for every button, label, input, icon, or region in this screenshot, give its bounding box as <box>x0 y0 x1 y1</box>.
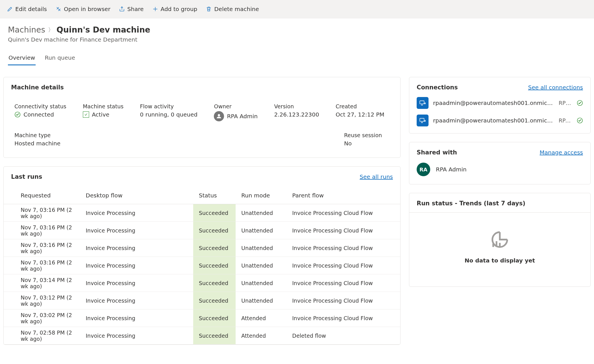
run-parent-flow: Invoice Processing Cloud Flow <box>287 222 400 239</box>
reuse-session-label: Reuse session <box>344 132 389 138</box>
connection-type: RP… <box>559 100 572 106</box>
connection-row[interactable]: rpaadmin@powerautomatesh001.onmicros… RP… <box>417 97 583 109</box>
shared-user-row[interactable]: RA RPA Admin <box>417 163 583 176</box>
created-block: Created Oct 27, 12:12 PM <box>335 103 389 118</box>
run-parent-flow: Invoice Processing Cloud Flow <box>287 309 400 327</box>
desktop-flow-icon <box>417 115 429 126</box>
run-status-badge: Succeeded <box>199 274 230 292</box>
run-mode: Unattended <box>236 257 287 274</box>
run-desktop-flow: Invoice Processing <box>80 327 193 344</box>
reuse-session-block: Reuse session No <box>335 132 389 147</box>
col-status[interactable]: Status <box>193 187 236 204</box>
pencil-icon <box>7 6 13 12</box>
table-row[interactable]: Nov 7, 03:12 PM (2 wk ago) Invoice Proce… <box>4 292 400 309</box>
edit-details-button[interactable]: Edit details <box>3 3 50 15</box>
owner-block: Owner RPA Admin <box>214 103 263 121</box>
last-runs-title: Last runs <box>11 173 42 180</box>
run-requested: Nov 7, 03:16 PM (2 wk ago) <box>4 204 80 222</box>
table-row[interactable]: Nov 7, 03:16 PM (2 wk ago) Invoice Proce… <box>4 239 400 257</box>
connection-email: rpaadmin@powerautomatesh001.onmicros… <box>433 117 554 124</box>
col-desktop-flow[interactable]: Desktop flow <box>80 187 193 204</box>
trash-icon <box>206 6 212 12</box>
created-value: Oct 27, 12:12 PM <box>335 111 384 118</box>
machine-status-value: Active <box>92 111 109 118</box>
add-to-group-button[interactable]: Add to group <box>149 3 201 15</box>
tab-run-queue[interactable]: Run queue <box>44 54 76 65</box>
run-status-badge: Succeeded <box>199 257 230 274</box>
edit-details-label: Edit details <box>15 6 47 12</box>
flow-activity-label: Flow activity <box>140 103 203 109</box>
run-status-badge: Succeeded <box>199 309 230 327</box>
page-header: Machines 〉 Quinn's Dev machine Quinn's D… <box>0 18 594 43</box>
chevron-right-icon: 〉 <box>48 26 54 34</box>
add-to-group-label: Add to group <box>161 6 197 12</box>
run-mode: Unattended <box>236 222 287 239</box>
table-row[interactable]: Nov 7, 02:58 PM (2 wk ago) Invoice Proce… <box>4 327 400 344</box>
share-button[interactable]: Share <box>115 3 147 15</box>
table-row[interactable]: Nov 7, 03:02 PM (2 wk ago) Invoice Proce… <box>4 309 400 327</box>
run-status-badge: Succeeded <box>199 327 230 344</box>
version-label: Version <box>274 103 324 109</box>
open-in-browser-button[interactable]: Open in browser <box>52 3 114 15</box>
connections-card: Connections See all connections rpaadmin… <box>409 77 591 133</box>
run-status-badge: Succeeded <box>199 292 230 309</box>
svg-rect-4 <box>420 118 424 121</box>
machine-details-card: Machine details Connectivity status Conn… <box>3 77 401 158</box>
pie-chart-icon <box>490 230 510 250</box>
machine-type-label: Machine type <box>14 132 72 138</box>
delete-machine-button[interactable]: Delete machine <box>202 3 262 15</box>
run-desktop-flow: Invoice Processing <box>80 292 193 309</box>
runs-table: Requested Desktop flow Status Run mode P… <box>4 187 400 344</box>
plus-icon <box>152 6 158 12</box>
version-block: Version 2.26.123.22300 <box>274 103 324 118</box>
run-mode: Unattended <box>236 292 287 309</box>
machine-type-block: Machine type Hosted machine <box>14 132 72 147</box>
col-run-mode[interactable]: Run mode <box>236 187 287 204</box>
run-parent-flow: Invoice Processing Cloud Flow <box>287 257 400 274</box>
run-requested: Nov 7, 03:16 PM (2 wk ago) <box>4 239 80 257</box>
breadcrumb-machines[interactable]: Machines <box>8 25 45 35</box>
checkbox-checked-icon <box>83 111 89 118</box>
delete-machine-label: Delete machine <box>214 6 259 12</box>
owner-value: RPA Admin <box>227 113 257 120</box>
check-circle-icon <box>577 117 583 124</box>
col-parent-flow[interactable]: Parent flow <box>287 187 400 204</box>
run-status-badge: Succeeded <box>199 222 230 239</box>
connection-row[interactable]: rpaadmin@powerautomatesh001.onmicros… RP… <box>417 115 583 126</box>
run-desktop-flow: Invoice Processing <box>80 239 193 257</box>
desktop-flow-icon <box>417 97 429 109</box>
left-column: Machine details Connectivity status Conn… <box>3 77 401 345</box>
see-all-connections-link[interactable]: See all connections <box>528 84 583 91</box>
run-status-trends-card: Run status - Trends (last 7 days) No dat… <box>409 193 591 287</box>
table-row[interactable]: Nov 7, 03:14 PM (2 wk ago) Invoice Proce… <box>4 274 400 292</box>
run-desktop-flow: Invoice Processing <box>80 204 193 222</box>
share-icon <box>119 6 125 12</box>
table-row[interactable]: Nov 7, 03:16 PM (2 wk ago) Invoice Proce… <box>4 204 400 222</box>
flow-activity-value: 0 running, 0 queued <box>140 111 197 118</box>
col-requested[interactable]: Requested <box>4 187 80 204</box>
run-desktop-flow: Invoice Processing <box>80 257 193 274</box>
shared-with-title: Shared with <box>417 149 457 156</box>
person-icon <box>214 111 224 121</box>
run-desktop-flow: Invoice Processing <box>80 222 193 239</box>
run-mode: Unattended <box>236 204 287 222</box>
created-label: Created <box>335 103 389 109</box>
page-subtitle: Quinn's Dev machine for Finance Departme… <box>8 36 586 43</box>
svg-point-1 <box>218 114 220 116</box>
see-all-runs-link[interactable]: See all runs <box>360 173 393 180</box>
run-mode: Unattended <box>236 274 287 292</box>
table-row[interactable]: Nov 7, 03:16 PM (2 wk ago) Invoice Proce… <box>4 257 400 274</box>
table-row[interactable]: Nov 7, 03:16 PM (2 wk ago) Invoice Proce… <box>4 222 400 239</box>
open-in-browser-label: Open in browser <box>64 6 110 12</box>
run-requested: Nov 7, 03:16 PM (2 wk ago) <box>4 222 80 239</box>
manage-access-link[interactable]: Manage access <box>540 149 583 156</box>
breadcrumb: Machines 〉 Quinn's Dev machine <box>8 25 586 35</box>
run-requested: Nov 7, 03:02 PM (2 wk ago) <box>4 309 80 327</box>
run-requested: Nov 7, 03:14 PM (2 wk ago) <box>4 274 80 292</box>
run-parent-flow: Invoice Processing Cloud Flow <box>287 274 400 292</box>
tab-overview[interactable]: Overview <box>8 54 36 65</box>
share-label: Share <box>127 6 144 12</box>
check-circle-icon <box>14 111 21 118</box>
run-requested: Nov 7, 03:16 PM (2 wk ago) <box>4 257 80 274</box>
avatar: RA <box>417 163 430 176</box>
